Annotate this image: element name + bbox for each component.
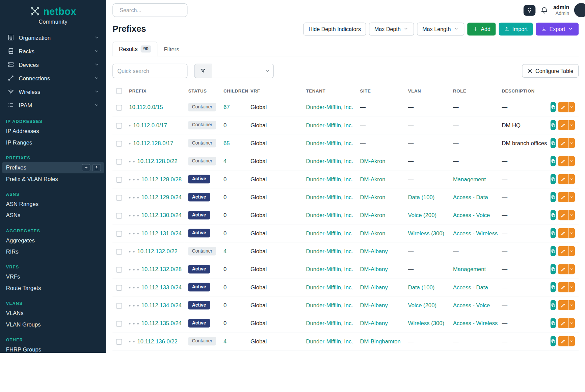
tenant-link[interactable]: Dunder-Mifflin, Inc. <box>306 122 353 128</box>
prefix-link[interactable]: 10.112.134.0/24 <box>141 302 182 309</box>
row-checkbox[interactable] <box>116 267 122 273</box>
edit-button[interactable] <box>558 192 568 202</box>
site-link[interactable]: DM-Albany <box>360 266 388 272</box>
sidebar-item-devices[interactable]: Devices <box>0 58 106 71</box>
site-link[interactable]: DM-Binghamton <box>360 338 400 344</box>
sidebar-link-prefixes[interactable]: Prefixes <box>2 162 104 173</box>
sidebar-link-aggregates[interactable]: Aggregates <box>0 235 106 246</box>
row-checkbox[interactable] <box>116 105 122 111</box>
row-checkbox[interactable] <box>116 123 122 129</box>
sidebar-item-ipam[interactable]: IPAM <box>0 98 106 112</box>
row-checkbox[interactable] <box>116 303 122 309</box>
role-link[interactable]: Access - Data <box>453 194 488 201</box>
edit-button[interactable] <box>558 102 568 112</box>
column-header-tenant[interactable]: TENANT <box>302 84 356 98</box>
table-row[interactable]: 10.112.136.0/28 Active 0 Global Dunder-M… <box>112 350 579 353</box>
edit-dropdown-button[interactable] <box>568 210 575 220</box>
quick-import-button[interactable] <box>92 164 101 171</box>
edit-dropdown-button[interactable] <box>568 102 575 112</box>
role-link[interactable]: Access - Data <box>453 284 488 290</box>
tenant-link[interactable]: Dunder-Mifflin, Inc. <box>306 194 353 201</box>
row-checkbox[interactable] <box>116 231 122 237</box>
copy-button[interactable] <box>551 210 556 220</box>
tenant-link[interactable]: Dunder-Mifflin, Inc. <box>306 320 353 326</box>
select-all-checkbox[interactable] <box>116 88 122 94</box>
saved-filter-select[interactable] <box>212 64 274 78</box>
import-button[interactable]: Import <box>499 23 533 36</box>
prefix-link[interactable]: 10.112.0.0/17 <box>133 122 167 128</box>
avatar[interactable] <box>574 3 585 17</box>
site-link[interactable]: DM-Akron <box>360 194 385 201</box>
edit-button[interactable] <box>558 210 568 220</box>
table-row[interactable]: 10.112.0.0/17 Container 0 Global Dunder-… <box>112 116 579 134</box>
vlan-link[interactable]: Data (100) <box>408 284 435 290</box>
tenant-link[interactable]: Dunder-Mifflin, Inc. <box>306 158 353 164</box>
tenant-link[interactable]: Dunder-Mifflin, Inc. <box>306 302 353 309</box>
table-row[interactable]: 10.112.132.0/22 Container 4 Global Dunde… <box>112 242 579 260</box>
prefix-link[interactable]: 10.112.128.0/22 <box>137 158 178 164</box>
user-menu[interactable]: admin Admin <box>553 4 569 17</box>
column-header-children[interactable]: CHILDREN <box>220 84 247 98</box>
prefix-link[interactable]: 10.112.129.0/24 <box>141 194 182 201</box>
sidebar-link-ip-ranges[interactable]: IP Ranges <box>0 137 106 148</box>
tab-results[interactable]: Results 90 <box>112 42 157 56</box>
sidebar-link-vlan-groups[interactable]: VLAN Groups <box>0 319 106 330</box>
column-header-description[interactable]: DESCRIPTION <box>498 84 549 98</box>
site-link[interactable]: DM-Akron <box>360 176 385 182</box>
sidebar-item-organization[interactable]: Organization <box>0 31 106 44</box>
copy-button[interactable] <box>551 174 556 184</box>
sidebar-link-route-targets[interactable]: Route Targets <box>0 283 106 294</box>
edit-dropdown-button[interactable] <box>568 336 575 346</box>
copy-button[interactable] <box>551 300 556 310</box>
edit-dropdown-button[interactable] <box>568 138 575 148</box>
max-depth-dropdown[interactable]: Max Depth <box>369 23 414 36</box>
sidebar-link-asn-ranges[interactable]: ASN Ranges <box>0 199 106 210</box>
column-header-vlan[interactable]: VLAN <box>404 84 449 98</box>
row-checkbox[interactable] <box>116 213 122 219</box>
edit-dropdown-button[interactable] <box>568 156 575 166</box>
children-count[interactable]: 0 <box>223 122 227 128</box>
edit-dropdown-button[interactable] <box>568 246 575 256</box>
prefix-link[interactable]: 10.112.131.0/24 <box>141 230 182 236</box>
tenant-link[interactable]: Dunder-Mifflin, Inc. <box>306 140 353 147</box>
row-checkbox[interactable] <box>116 321 122 327</box>
children-count[interactable]: 0 <box>223 212 227 218</box>
edit-button[interactable] <box>558 174 568 184</box>
export-button[interactable]: Export <box>536 23 579 36</box>
children-count[interactable]: 0 <box>223 230 227 236</box>
column-header-prefix[interactable]: PREFIX <box>125 84 185 98</box>
tenant-link[interactable]: Dunder-Mifflin, Inc. <box>306 176 353 182</box>
copy-button[interactable] <box>551 228 556 238</box>
column-header-site[interactable]: SITE <box>356 84 404 98</box>
edit-dropdown-button[interactable] <box>568 300 575 310</box>
copy-button[interactable] <box>551 156 556 166</box>
prefix-link[interactable]: 10.112.0.0/15 <box>129 104 163 110</box>
edit-button[interactable] <box>558 336 568 346</box>
sidebar-link-rirs[interactable]: RIRs <box>0 246 106 257</box>
prefix-link[interactable]: 10.112.132.0/22 <box>137 248 178 255</box>
copy-button[interactable] <box>551 336 556 346</box>
table-row[interactable]: 10.112.128.0/28 Active 0 Global Dunder-M… <box>112 170 579 188</box>
row-checkbox[interactable] <box>116 249 122 255</box>
role-link[interactable]: Access - Voice <box>453 212 490 218</box>
search-input[interactable] <box>119 7 190 13</box>
tenant-link[interactable]: Dunder-Mifflin, Inc. <box>306 248 353 255</box>
sidebar-link-fhrp-groups[interactable]: FHRP Groups <box>0 344 106 353</box>
edit-dropdown-button[interactable] <box>568 174 575 184</box>
edit-dropdown-button[interactable] <box>568 192 575 202</box>
copy-button[interactable] <box>551 102 556 112</box>
configure-table-button[interactable]: Configure Table <box>522 64 579 78</box>
children-count[interactable]: 0 <box>223 176 227 182</box>
site-link[interactable]: DM-Albany <box>360 284 388 290</box>
filter-button[interactable] <box>194 64 211 78</box>
vlan-link[interactable]: Wireless (300) <box>408 320 444 326</box>
children-count[interactable]: 0 <box>223 302 227 309</box>
table-row[interactable]: 10.112.136.0/22 Container 4 Global Dunde… <box>112 332 579 350</box>
children-count[interactable]: 67 <box>223 104 230 110</box>
sidebar-item-racks[interactable]: Racks <box>0 44 106 58</box>
table-row[interactable]: 10.112.132.0/28 Active 0 Global Dunder-M… <box>112 260 579 278</box>
edit-button[interactable] <box>558 282 568 292</box>
row-checkbox[interactable] <box>116 159 122 165</box>
table-row[interactable]: 10.112.129.0/24 Active 0 Global Dunder-M… <box>112 188 579 206</box>
column-header-status[interactable]: STATUS <box>185 84 220 98</box>
